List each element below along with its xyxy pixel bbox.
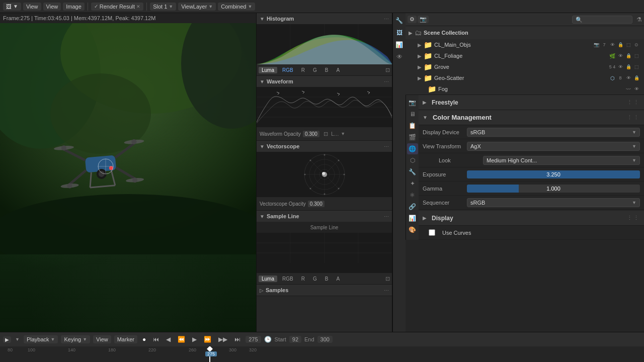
scopes-icon[interactable]: 📊 [394,39,405,50]
view-transform-dropdown[interactable]: AgX ▼ [467,142,640,151]
disable-viewport-icon-1[interactable]: 🔒 [617,41,624,48]
render-prop-icon[interactable]: 📷 [407,97,418,108]
view-menu-timeline[interactable]: View [93,335,111,343]
scene-item-fog[interactable]: 📁 Fog 〰 👁 [406,83,644,95]
color-management-header[interactable]: ▼ Color Management ⋮⋮ [419,110,644,125]
samples-header[interactable]: ▷ Samples ⋯ [257,285,392,296]
keying-menu[interactable]: Keying ▼ [61,335,90,343]
next-frame-button[interactable]: ▶▶ [216,335,229,344]
view-menu[interactable]: View [23,3,41,11]
histogram-header[interactable]: ▼ Histogram ⋯ [257,13,392,24]
a-tab[interactable]: A [333,67,343,73]
timeline-editor-icon[interactable]: ▶ [3,336,11,343]
view-visibility-icon-2[interactable]: 🔒 [625,52,632,59]
r-tab[interactable]: R [298,67,308,73]
view-visibility-icon-1[interactable]: 👁 [609,41,616,48]
sample-clipping-icon[interactable]: ⊡ [385,276,390,282]
skip-start-button[interactable]: ⏮ [151,335,161,344]
skip-end-button[interactable]: ⏭ [232,335,243,344]
combined-selector[interactable]: Combined ▼ [218,3,255,11]
timeline-dropdown-icon[interactable]: ▼ [15,337,20,342]
display-header[interactable]: ▶ Display ⋮⋮ [419,211,644,226]
sample-b-tab[interactable]: B [322,276,332,282]
prev-keyframe-button[interactable]: ⏪ [176,335,187,344]
sample-g-tab[interactable]: G [310,276,320,282]
scene-collection-collapse[interactable]: ▶ [409,30,413,36]
sample-r-tab[interactable]: R [298,276,308,282]
display-options-icon[interactable]: ⋮⋮ [627,215,640,221]
color-management-options-icon[interactable]: ⋮⋮ [627,114,640,121]
world-prop-icon[interactable]: 🌐 [407,143,418,154]
view2-menu[interactable]: View [43,3,61,11]
sample-luma-tab[interactable]: Luma [259,276,277,282]
editor-type-selector[interactable]: 🖼 ▼ [3,3,21,11]
scene-prop-icon[interactable]: 🎬 [407,132,418,143]
vectorscope-opacity-value[interactable]: 0.300 [308,201,325,207]
look-dropdown[interactable]: Medium High Cont... ▼ [483,156,640,165]
b-tab[interactable]: B [322,67,332,73]
sample-a-tab[interactable]: A [333,276,343,282]
timeline-ruler[interactable]: 80 100 140 180 220 260 300 320 275 [0,346,644,362]
current-frame-display[interactable]: 275 [246,336,261,343]
waveform-mode-icon[interactable]: ⊡ [324,131,328,137]
search-input[interactable] [572,16,632,24]
grove-lock[interactable]: 🔒 [625,63,632,70]
object-prop-icon[interactable]: ⬡ [407,155,418,166]
image-icon[interactable]: 🖼 [394,27,405,38]
render-visibility-icon-2[interactable]: 👁 [617,52,624,59]
tool-icon[interactable]: 🔧 [394,15,405,26]
display-device-dropdown[interactable]: sRGB ▼ [467,128,640,137]
right-panel-editor-icon[interactable]: ⚙ [408,16,417,23]
start-frame[interactable]: 92 [289,336,301,343]
waveform-options-icon[interactable]: ⋯ [384,79,389,84]
physics-prop-icon[interactable]: ⚛ [407,190,418,201]
constraint-prop-icon[interactable]: 🔗 [407,201,418,212]
waveform-channel-dropdown-icon[interactable]: ▼ [341,131,345,136]
freestyle-header[interactable]: ▶ Freestyle ⋮⋮ [419,95,644,110]
geo-lock[interactable]: 🔒 [633,74,640,81]
sample-line-header[interactable]: ▼ Sample Line ⋯ [257,211,392,222]
use-curves-checkbox[interactable] [429,229,435,236]
data-prop-icon[interactable]: 📊 [407,213,418,224]
luma-tab[interactable]: Luma [259,67,277,73]
rgb-tab[interactable]: RGB [279,67,296,73]
filter-icon[interactable]: ⚗ [636,16,642,23]
waveform-opacity-value[interactable]: 0.300 [303,131,319,137]
gamma-value[interactable]: 1.000 [467,185,640,193]
view-layer-prop-icon[interactable]: 📋 [407,120,418,131]
sequencer-dropdown[interactable]: sRGB ▼ [467,198,640,207]
play-button[interactable]: ▶ [190,335,199,344]
modifier-prop-icon[interactable]: 🔧 [407,166,418,177]
scene-item-cl-foliage[interactable]: ▶ 📁 CL_Foliage 🌿 👁 🔒 ⬚ [406,50,644,61]
scene-item-cl-main[interactable]: ▶ 📁 CL_Main_Objs 📷 7 👁 🔒 ⬚ ⊙ [406,39,644,50]
record-icon[interactable]: ● [142,336,146,343]
waveform-channel-label[interactable]: L... [331,131,339,137]
marker-menu[interactable]: Marker [114,335,137,343]
vectorscope-header[interactable]: ▼ Vectorscope ⋯ [257,141,392,152]
end-frame[interactable]: 300 [317,336,333,343]
sample-rgb-tab[interactable]: RGB [279,276,296,282]
holdout-icon-2[interactable]: ⬚ [633,52,640,59]
grove-data[interactable]: ⬚ [633,63,640,70]
geo-vis[interactable]: 👁 [625,74,632,81]
image-menu[interactable]: Image [63,3,85,11]
fog-vis[interactable]: 👁 [633,85,640,93]
grove-vis[interactable]: 👁 [617,63,624,70]
waveform-header[interactable]: ▼ Waveform ⋯ [257,76,392,87]
slot-selector[interactable]: Slot 1 ▼ [150,3,176,11]
holdout-icon-1[interactable]: ⬚ [625,41,632,48]
sample-line-options-icon[interactable]: ⋯ [384,214,389,219]
freestyle-options-icon[interactable]: ⋮⋮ [627,99,640,106]
view-icon[interactable]: 👁 [394,51,405,62]
output-prop-icon[interactable]: 🖥 [407,109,418,120]
particle-prop-icon[interactable]: ✦ [407,178,418,189]
histogram-options-icon[interactable]: ⋯ [384,16,389,22]
indirect-icon-1[interactable]: ⊙ [633,41,640,48]
g-tab[interactable]: G [310,67,320,73]
samples-options-icon[interactable]: ⋯ [384,288,389,293]
exposure-value[interactable]: 3.250 [467,170,640,178]
scene-item-grove[interactable]: ▶ 📁 Grove 5 4 👁 🔒 ⬚ [406,61,644,72]
render-visibility-icon-1[interactable]: 📷 [593,41,600,48]
material-prop-icon[interactable]: 🎨 [407,224,418,235]
right-panel-render-icon[interactable]: 📷 [418,16,429,23]
